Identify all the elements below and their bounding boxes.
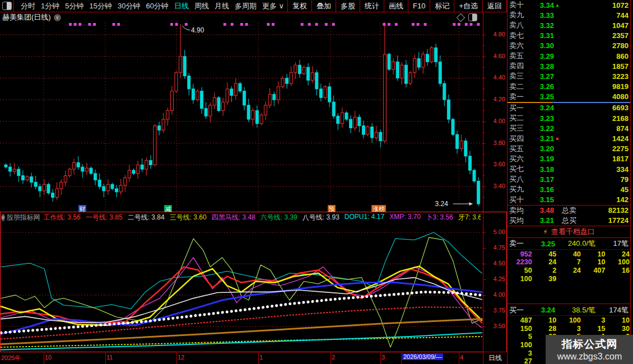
queue-avg-per-order: 38.5/笔 <box>555 305 595 315</box>
indicator-value-label: 四黑马线: 3.48 <box>212 213 255 222</box>
buy-level-label: 买七 <box>509 164 528 174</box>
date-tick <box>401 352 402 364</box>
chevron-down-icon[interactable]: ∨ <box>54 14 61 21</box>
sell-level-row[interactable]: 卖九3.33744 <box>508 10 630 20</box>
sell-level-row[interactable]: 卖七3.312357 <box>508 31 630 41</box>
indicator-chart[interactable] <box>0 222 483 352</box>
buy-level-row[interactable]: 买五3.202275 <box>508 144 630 154</box>
sell-level-row[interactable]: 卖六3.302780 <box>508 41 630 51</box>
queue-cell: 7 <box>556 258 581 267</box>
indicator-line-yellow-dotted <box>1 337 482 347</box>
sell-queue: 卖一3.25240.0/笔17笔952454010242230247101005… <box>508 239 630 283</box>
date-tick <box>380 352 381 364</box>
toolbar-button-多股[interactable]: 多股 <box>336 0 360 12</box>
menu-item-60分钟[interactable]: 60分钟 <box>146 1 168 11</box>
date-label: 1 <box>259 354 263 361</box>
queue-cell: 5 <box>508 333 532 341</box>
menu-item-月线[interactable]: 月线 <box>215 1 229 11</box>
price-tick-label: 4.20 <box>494 96 505 102</box>
price-tick <box>483 122 486 122</box>
buy-level-row[interactable]: 买二3.232168 <box>508 113 630 123</box>
toolbar-button-返回[interactable]: 返回 <box>482 0 507 12</box>
sell-level-row[interactable]: 卖一3.254080 <box>508 92 630 102</box>
buy-level-label: 买二 <box>509 113 528 123</box>
svg-text:财: 财 <box>80 206 86 212</box>
chevron-down-icon[interactable]: ∨ <box>1 214 5 221</box>
menu-item-分时[interactable]: 分时 <box>21 1 35 11</box>
buy-volume: 45 <box>561 185 629 194</box>
buy-level-row[interactable]: 买九3.1645 <box>508 184 630 194</box>
toolbar-button-叠加[interactable]: 叠加 <box>311 0 336 12</box>
indicator-tick <box>483 326 486 327</box>
buy-level-row[interactable]: 买三3.22874 <box>508 123 630 133</box>
sell-level-label: 卖三 <box>509 71 528 81</box>
queue-cell: 10 <box>605 316 630 325</box>
sell-price: 3.31 <box>528 31 554 40</box>
menu-item-15分钟[interactable]: 15分钟 <box>89 1 111 11</box>
buy-level-row[interactable]: 买十3.15142 <box>508 195 630 205</box>
sell-price: 3.30 <box>528 41 554 50</box>
sell-level-row[interactable]: 卖三3.273223 <box>508 71 630 81</box>
summary-row: 买均3.21总买17724 <box>508 216 630 226</box>
avg-label: 卖均 <box>509 206 532 216</box>
buy-level-row[interactable]: 买一3.246693 <box>508 103 630 113</box>
period-label-cell: 日线 <box>483 352 508 364</box>
toolbar-button-+自选[interactable]: +自选 <box>454 0 482 12</box>
sell-price: 3.28 <box>528 62 554 71</box>
price-minor-tick <box>483 45 485 46</box>
indicator-tick <box>483 248 486 249</box>
price-minor-tick <box>483 154 485 155</box>
sell-level-row[interactable]: 卖二3.269819 <box>508 82 630 92</box>
indicator-tick <box>483 232 486 233</box>
dotted-separator <box>508 315 630 316</box>
buy-level-row[interactable]: 买四3.21■1424 <box>508 133 630 143</box>
buy-price: 3.24 <box>528 104 554 112</box>
sell-level-row[interactable]: 卖四3.281857 <box>508 61 630 71</box>
toolbar-button-统计[interactable]: 统计 <box>360 0 384 12</box>
date-label: 4 <box>460 354 463 361</box>
sell-level-row[interactable]: 卖十3.34▲1072 <box>508 0 630 10</box>
sell-level-row[interactable]: 卖五3.29860 <box>508 51 630 61</box>
queue-cell: 45 <box>532 250 557 259</box>
sell-level-row[interactable]: 卖八3.321047 <box>508 20 630 30</box>
price-minor-tick <box>483 88 485 89</box>
toolbar-button-复权[interactable]: 复权 <box>287 0 311 12</box>
queue-cell: 27 <box>508 357 532 364</box>
queue-cell <box>605 275 630 283</box>
window-layout-icon[interactable] <box>2 2 12 10</box>
indicator-value-label: 卜3: 3.56 <box>426 213 453 222</box>
menu-item-周线[interactable]: 周线 <box>194 1 209 11</box>
sell-volume: 744 <box>561 11 629 20</box>
toolbar-button-F10[interactable]: F10 <box>408 0 430 12</box>
queue-cell <box>581 275 606 283</box>
date-axis: 2025年1011121232026/03/09/—4 <box>0 352 483 364</box>
menu-item-30分钟[interactable]: 30分钟 <box>118 1 140 11</box>
toolbar-button-标记[interactable]: 标记 <box>430 0 454 12</box>
order-book-panel: 卖十3.34▲1072卖九3.33744卖八3.321047卖七3.312357… <box>507 0 633 364</box>
menu-item-1分钟[interactable]: 1分钟 <box>41 1 59 11</box>
buy-level-row[interactable]: 买七3.18334 <box>508 164 630 174</box>
price-axis: 4.804.604.404.204.003.803.603.405.004.75… <box>483 12 508 352</box>
diamond-icon[interactable] <box>457 13 466 22</box>
buy-level-row[interactable]: 买八3.1779 <box>508 174 630 184</box>
menu-item-多周期[interactable]: 多周期 <box>235 1 257 11</box>
menu-item-日线[interactable]: 日线 <box>174 1 189 11</box>
split-window-icon[interactable] <box>468 13 477 21</box>
buy-volume: 874 <box>561 124 629 133</box>
queue-cell: 150 <box>508 325 532 333</box>
buy-level-row[interactable]: 买六3.191817 <box>508 154 630 164</box>
toolbar-button-画线[interactable]: 画线 <box>384 0 408 12</box>
menu-item-更多 ∨[interactable]: 更多 ∨ <box>262 1 284 11</box>
buy-volume: 6693 <box>561 104 629 112</box>
menu-item-5分钟[interactable]: 5分钟 <box>65 1 83 11</box>
candlestick-chart[interactable]: 4.903.24财减预涨榜 <box>0 22 483 212</box>
buy-price: 3.20 <box>528 144 554 153</box>
queue-level-label: 卖一 <box>509 239 533 249</box>
indicator-value-label: 三号线: 3.60 <box>170 213 207 222</box>
price-tick-label: 4.40 <box>494 74 505 81</box>
queue-cell: 100 <box>605 258 630 267</box>
view-full-depth-button[interactable]: ⚡查看千档盘口 <box>508 226 630 238</box>
queue-cell: 100 <box>556 316 581 325</box>
date-tick <box>105 352 106 364</box>
queue-cell: 3 <box>581 316 606 325</box>
